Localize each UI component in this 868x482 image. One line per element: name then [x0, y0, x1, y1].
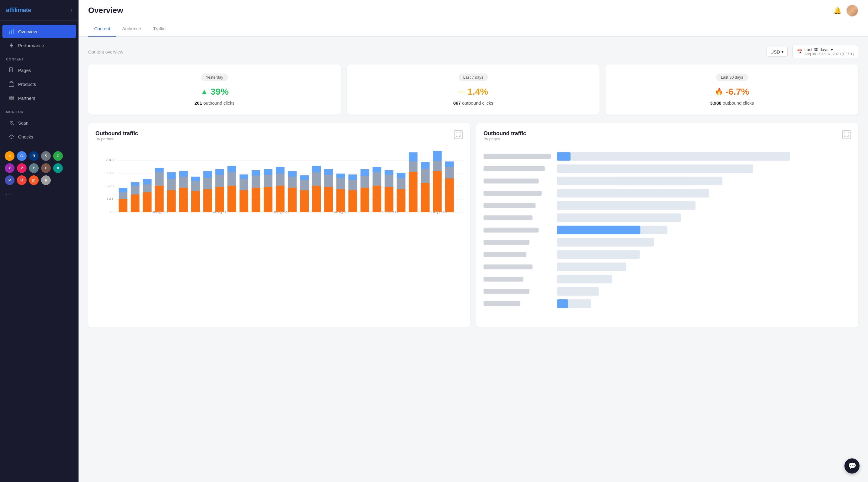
svg-rect-142: [484, 252, 526, 257]
partner-icon-p1[interactable]: P: [5, 175, 14, 185]
sidebar-item-partners[interactable]: Partners: [2, 91, 76, 105]
more-partners-button[interactable]: ...: [0, 189, 79, 197]
svg-rect-36: [155, 172, 164, 186]
svg-rect-138: [484, 203, 535, 208]
tab-audience[interactable]: Audience: [116, 21, 147, 36]
main-content: Overview 🔔 Content Audience Traffic Cont…: [79, 0, 868, 482]
partner-icon-amazon[interactable]: a: [5, 151, 14, 161]
svg-rect-57: [240, 179, 248, 190]
partner-icon-v2[interactable]: v: [53, 163, 63, 173]
charts-row: Outbound traffic By partner ⛶ 0 60 120 1…: [88, 123, 858, 328]
sidebar-item-checks[interactable]: Checks: [2, 130, 76, 143]
svg-rect-134: [484, 154, 551, 159]
svg-rect-135: [484, 166, 545, 171]
svg-rect-84: [348, 180, 357, 190]
date-range-selector[interactable]: 📅 Last 30 days ▾ Aug 08 - Sep 07, 2020 (…: [793, 45, 858, 58]
svg-rect-41: [179, 188, 188, 212]
svg-rect-58: [240, 174, 248, 179]
svg-rect-64: [264, 169, 272, 175]
partner-icon-s1[interactable]: S: [41, 151, 51, 161]
svg-rect-120: [557, 177, 722, 185]
sidebar-item-products[interactable]: Products: [2, 78, 76, 91]
expand-icon-left[interactable]: ⛶: [454, 130, 463, 139]
svg-rect-56: [240, 190, 248, 212]
svg-rect-136: [484, 178, 539, 183]
chat-button[interactable]: 💬: [844, 458, 860, 474]
svg-rect-121: [557, 177, 568, 185]
svg-rect-124: [557, 214, 681, 222]
svg-rect-107: [445, 178, 454, 212]
avatar-image: [847, 5, 858, 16]
svg-rect-108: [445, 167, 454, 178]
partner-icon-jp[interactable]: jp: [29, 175, 39, 185]
svg-rect-37: [155, 168, 164, 172]
stat-clicks-last7: 867 outbound clicks: [453, 101, 494, 106]
svg-rect-35: [155, 186, 164, 212]
partner-icon-v1[interactable]: V: [17, 163, 27, 173]
svg-rect-106: [433, 151, 442, 161]
svg-rect-119: [557, 165, 565, 173]
partner-icon-r2[interactable]: R: [17, 175, 27, 185]
sidebar-item-pages[interactable]: Pages: [2, 63, 76, 77]
hbar-chart-pages: [484, 147, 851, 320]
svg-rect-88: [361, 169, 369, 176]
page-title: Overview: [88, 6, 123, 15]
partner-icon-y1[interactable]: Y: [5, 163, 14, 173]
svg-rect-87: [361, 176, 369, 188]
lightning-icon: [8, 42, 14, 48]
svg-rect-97: [397, 173, 406, 178]
partner-icon-booking[interactable]: B: [29, 151, 39, 161]
svg-rect-31: [131, 182, 140, 186]
partner-icon-c1[interactable]: C: [53, 151, 63, 161]
partner-icons-container: a G B S C Y V r F v P R jp a: [0, 147, 79, 189]
svg-rect-104: [433, 171, 442, 212]
svg-rect-75: [312, 172, 321, 186]
partner-icon-a2[interactable]: a: [41, 175, 51, 185]
svg-rect-26: [119, 199, 127, 212]
svg-rect-60: [252, 176, 260, 188]
partner-icon-f1[interactable]: F: [41, 163, 51, 173]
stat-card-last7: Last 7 days — 1.4% 867 outbound clicks: [347, 64, 600, 115]
partner-icon-google[interactable]: G: [17, 151, 27, 161]
notification-bell-icon[interactable]: 🔔: [833, 7, 841, 15]
avatar[interactable]: [846, 4, 858, 17]
svg-rect-143: [484, 264, 532, 269]
svg-rect-61: [252, 170, 260, 176]
tab-content[interactable]: Content: [88, 21, 116, 36]
checks-icon: [8, 134, 14, 140]
content-section-label: CONTENT: [0, 53, 79, 63]
expand-icon-right[interactable]: ⛶: [842, 130, 851, 139]
sidebar-item-scan[interactable]: Scan: [2, 116, 76, 130]
sidebar-item-overview[interactable]: Overview: [2, 25, 76, 38]
svg-rect-72: [300, 180, 309, 190]
chart-card-by-partner: Outbound traffic By partner ⛶ 0 60 120 1…: [88, 123, 470, 328]
svg-rect-126: [557, 226, 640, 234]
svg-rect-27: [119, 192, 127, 199]
sidebar-collapse-button[interactable]: ‹: [71, 7, 72, 13]
chat-icon: 💬: [848, 462, 856, 470]
stat-period-last7: Last 7 days: [459, 74, 488, 81]
currency-selector[interactable]: USD ▾: [767, 47, 788, 57]
date-range-sub: Aug 08 - Sep 07, 2020 (CEST): [805, 52, 854, 56]
stat-value-yesterday: ▲ 39%: [200, 86, 229, 97]
svg-rect-71: [300, 190, 309, 212]
sidebar-item-label-scan: Scan: [18, 120, 28, 125]
sidebar-item-performance[interactable]: Performance: [2, 39, 76, 52]
svg-rect-2: [13, 29, 13, 34]
svg-text:120: 120: [105, 184, 114, 188]
svg-rect-122: [557, 189, 709, 197]
svg-line-15: [13, 124, 14, 125]
svg-rect-129: [557, 262, 626, 271]
svg-rect-66: [276, 174, 284, 186]
partner-icon-r1[interactable]: r: [29, 163, 39, 173]
tab-traffic[interactable]: Traffic: [147, 21, 172, 36]
svg-text:240: 240: [105, 158, 114, 162]
svg-rect-38: [167, 190, 176, 212]
stat-value-last7: — 1.4%: [459, 86, 488, 97]
svg-rect-51: [215, 175, 224, 187]
stat-period-last30: Last 30 days: [716, 74, 748, 81]
svg-rect-40: [167, 172, 176, 179]
currency-arrow-icon: ▾: [781, 49, 784, 54]
stat-clicks-yesterday: 201 outbound clicks: [194, 101, 235, 106]
svg-rect-95: [397, 189, 406, 212]
